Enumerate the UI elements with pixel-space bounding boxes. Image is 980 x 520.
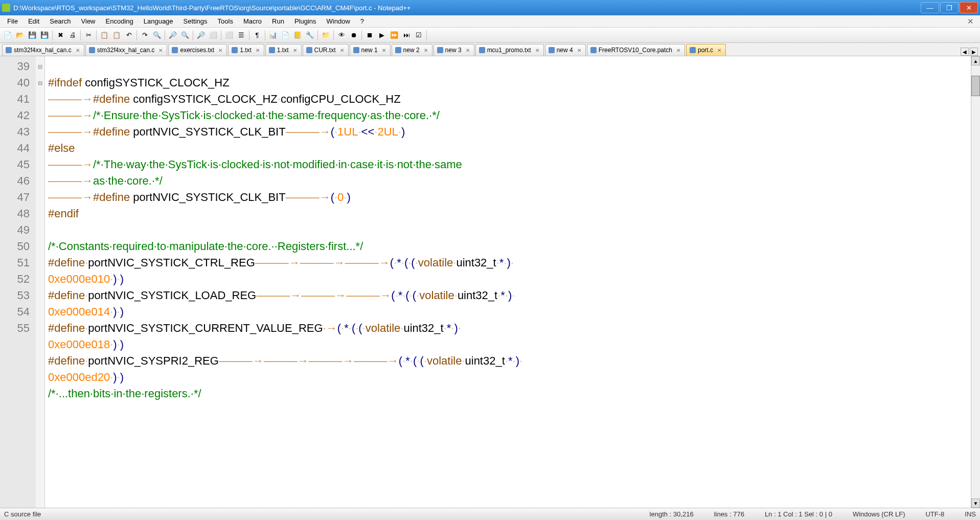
menu-language[interactable]: Language [139,16,178,26]
toolbar-btn-16[interactable]: ⬜ [223,30,235,41]
toolbar-btn-12[interactable]: 🔎 [167,30,178,41]
menu-help[interactable]: ? [355,16,369,26]
menu-window[interactable]: Window [322,16,355,26]
tab-close-icon[interactable]: ✕ [423,47,429,53]
scroll-thumb[interactable] [971,76,980,96]
maximize-button[interactable]: ❐ [940,2,959,13]
toolbar-btn-0[interactable]: 📄 [2,30,13,41]
toolbar-btn-27[interactable]: ▶ [376,30,388,41]
code-line[interactable]: #ifndef configSYSTICK_CLOCK_HZ [48,75,968,91]
toolbar-btn-8[interactable]: 📋 [111,30,122,41]
toolbar-btn-21[interactable]: 📒 [292,30,303,41]
toolbar-btn-23[interactable]: 📁 [320,30,331,41]
tab-stm32f4xx-hal-can-c[interactable]: stm32f4xx_hal_can.c✕ [2,44,84,56]
tab-1-txt[interactable]: 1.txt✕ [228,44,264,56]
toolbar-btn-20[interactable]: 📄 [280,30,291,41]
toolbar-btn-2[interactable]: 💾 [27,30,38,41]
menu-search[interactable]: Search [44,16,76,26]
toolbar-btn-6[interactable]: ✂ [83,30,94,41]
tab-close-icon[interactable]: ✕ [292,47,298,53]
tab-close-icon[interactable]: ✕ [217,47,223,53]
tab-close-icon[interactable]: ✕ [75,47,81,53]
toolbar-btn-13[interactable]: 🔍 [179,30,191,41]
code-line[interactable]: ———→#define configSYSTICK_CLOCK_HZ·confi… [48,91,968,107]
code-line[interactable]: ———→as·the·core.·*/ [48,173,968,189]
menu-view[interactable]: View [76,16,101,26]
menu-edit[interactable]: Edit [23,16,44,26]
code-viewport[interactable]: #ifndef configSYSTICK_CLOCK_HZ———→#defin… [45,56,971,508]
code-line[interactable]: #define·portNVIC_SYSPRI2_REG———→———→———→… [48,353,968,369]
menu-plugins[interactable]: Plugins [289,16,322,26]
toolbar-btn-29[interactable]: ⏭ [401,30,412,41]
code-line[interactable]: #define·portNVIC_SYSTICK_CTRL_REG———→———… [48,255,968,271]
fold-marker[interactable]: ⊟ [36,75,44,91]
toolbar-btn-9[interactable]: ↶ [123,30,134,41]
code-line[interactable]: 0xe000e014·)·) [48,304,968,320]
menu-macro[interactable]: Macro [238,16,267,26]
tab-new-2[interactable]: new 2✕ [392,44,432,56]
code-line[interactable]: ———→#define portNVIC_SYSTICK_CLK_BIT———→… [48,124,968,140]
tab-close-icon[interactable]: ✕ [576,47,582,53]
code-line[interactable]: #else [48,140,968,156]
fold-gutter[interactable]: ⊟⊟ [36,56,45,508]
menu-run[interactable]: Run [267,16,289,26]
tab-close-icon[interactable]: ✕ [716,47,722,53]
tab-exercises-txt[interactable]: exercises.txt✕ [168,44,227,56]
scroll-up-button[interactable]: ▲ [971,56,980,65]
code-line[interactable]: /*·...then·bits·in·the·registers.·*/ [48,386,968,402]
toolbar-btn-14[interactable]: 🔎 [195,30,207,41]
scroll-down-button[interactable]: ▼ [971,499,980,508]
toolbar-btn-3[interactable]: 💾 [39,30,50,41]
toolbar-btn-7[interactable]: 📋 [99,30,110,41]
code-line[interactable]: ———→/*·The·way·the·SysTick·is·clocked·is… [48,156,968,173]
code-line[interactable]: #define·portNVIC_SYSTICK_CURRENT_VALUE_R… [48,320,968,336]
menu-file[interactable]: File [2,16,23,26]
menu-tools[interactable]: Tools [213,16,238,26]
toolbar-btn-11[interactable]: 🔍 [151,30,163,41]
toolbar-btn-24[interactable]: 👁 [336,30,347,41]
toolbar-btn-26[interactable]: ⏹ [364,30,375,41]
code-line[interactable] [48,222,968,238]
code-line[interactable]: 0xe000ed20·)·) [48,369,968,386]
tab-close-icon[interactable]: ✕ [381,47,387,53]
toolbar-btn-15[interactable]: ⬜ [208,30,219,41]
tab-1-txt[interactable]: 1.txt✕ [265,44,302,56]
vertical-scrollbar[interactable]: ▲ ▼ [971,56,980,508]
toolbar-btn-1[interactable]: 📂 [14,30,26,41]
tab-close-icon[interactable]: ✕ [339,47,345,53]
toolbar-btn-10[interactable]: ↷ [139,30,150,41]
toolbar-btn-18[interactable]: ¶ [252,30,263,41]
menu-settings[interactable]: Settings [178,16,213,26]
tab-port-c[interactable]: port.c✕ [686,44,726,56]
toolbar-btn-5[interactable]: 🖨 [67,30,78,41]
tab-new-1[interactable]: new 1✕ [350,44,391,56]
close-button[interactable]: ✕ [960,2,978,13]
toolbar-btn-19[interactable]: 📊 [267,30,279,41]
tab-next-button[interactable]: ▶ [970,48,978,56]
fold-marker[interactable]: ⊟ [36,58,44,75]
tab-close-icon[interactable]: ✕ [157,47,164,53]
tab-cur-txt[interactable]: CUR.txt✕ [303,44,349,56]
toolbar-btn-4[interactable]: ✖ [55,30,66,41]
menubar-close-icon[interactable]: ✕ [963,17,978,26]
code-line[interactable]: 0xe000e010·)·) [48,271,968,287]
toolbar-btn-25[interactable]: ⏺ [348,30,359,41]
code-line[interactable]: /*·Constants·required·to·manipulate·the·… [48,238,968,255]
menu-encoding[interactable]: Encoding [101,16,139,26]
toolbar-btn-28[interactable]: ⏩ [389,30,400,41]
tab-close-icon[interactable]: ✕ [255,47,261,53]
tab-close-icon[interactable]: ✕ [675,47,681,53]
tab-close-icon[interactable]: ✕ [534,47,540,53]
code-line[interactable]: #endif [48,206,968,222]
code-line[interactable]: ———→#define portNVIC_SYSTICK_CLK_BIT———→… [48,189,968,206]
tab-new-4[interactable]: new 4✕ [545,44,586,56]
tab-prev-button[interactable]: ◀ [961,48,969,56]
tab-mcu1-promo-txt[interactable]: mcu1_promo.txt✕ [475,44,544,56]
toolbar-btn-17[interactable]: ☰ [236,30,247,41]
code-line[interactable] [48,58,968,75]
code-line[interactable]: #define·portNVIC_SYSTICK_LOAD_REG———→———… [48,287,968,304]
minimize-button[interactable]: — [921,2,939,13]
toolbar-btn-30[interactable]: ☑ [413,30,424,41]
toolbar-btn-22[interactable]: 🔧 [304,30,315,41]
tab-new-3[interactable]: new 3✕ [434,44,474,56]
